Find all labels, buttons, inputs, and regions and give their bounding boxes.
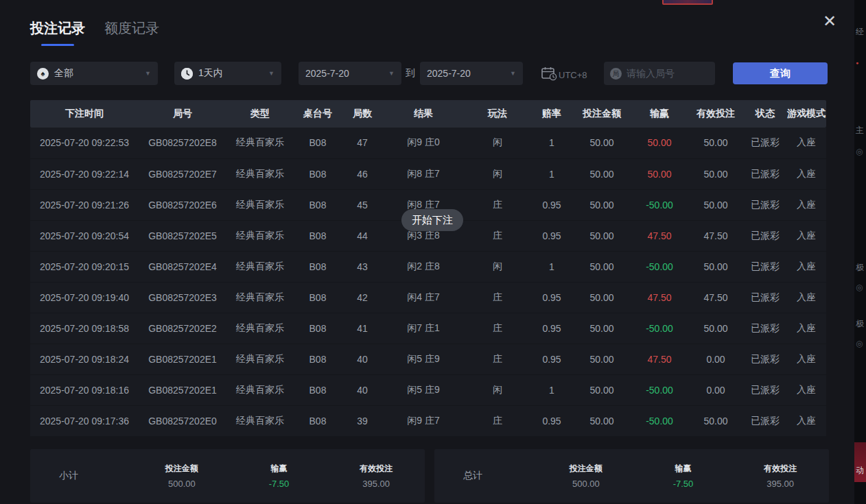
cell-status: 已派彩 (744, 128, 786, 158)
cell-table_no: B08 (294, 313, 342, 344)
cell-table_no: B08 (294, 344, 342, 374)
cell-mode: 入座 (786, 282, 826, 313)
background-glyph: ◎ (856, 339, 863, 348)
cell-rounds: 40 (342, 374, 383, 405)
background-strip: 经●主◎极◎极◎动 (854, 0, 866, 504)
cell-bet: 50.00 (572, 128, 631, 158)
col-bet-time: 下注时间 (30, 100, 139, 128)
chevron-down-icon: ▼ (145, 70, 151, 77)
date-from-value: 2025-7-20 (305, 68, 349, 79)
cell-round_id: GB08257202E3 (139, 282, 226, 313)
round-id-input[interactable] (627, 68, 709, 79)
cell-round_id: GB08257202E2 (139, 313, 226, 344)
cell-result: 闲4 庄7 (383, 282, 464, 313)
cell-table_no: B08 (294, 189, 342, 220)
table-row: 2025-07-20 09:22:53GB08257202E8经典百家乐B084… (30, 128, 826, 158)
cell-mode: 入座 (786, 158, 826, 189)
cell-bet: 50.00 (572, 405, 631, 436)
table-row: 2025-07-20 09:20:15GB08257202E4经典百家乐B084… (30, 251, 826, 282)
cell-odds: 0.95 (531, 282, 572, 313)
cell-mode: 入座 (786, 189, 826, 220)
cell-status: 已派彩 (744, 313, 786, 344)
start-betting-tooltip: 开始下注 (401, 209, 463, 231)
cell-game_type: 经典百家乐 (226, 313, 294, 344)
table-row: 2025-07-20 09:17:36GB08257202E0经典百家乐B083… (30, 405, 826, 436)
query-button[interactable]: 查询 (733, 62, 828, 84)
cell-odds: 0.95 (531, 313, 572, 344)
background-glyph: ● (856, 60, 858, 65)
cell-status: 已派彩 (744, 405, 786, 436)
total-valid-bet: 有效投注 395.00 (732, 463, 829, 489)
col-odds: 赔率 (531, 100, 572, 128)
col-table-no: 桌台号 (294, 100, 342, 128)
game-type-dropdown[interactable]: ♠ 全部 ▼ (30, 62, 158, 85)
subtotal-box: 小计 投注金额 500.00 输赢 -7.50 有效投注 395.00 (30, 449, 425, 503)
table-header: 下注时间 局号 类型 桌台号 局数 结果 玩法 赔率 投注金额 输赢 有效投注 … (30, 100, 826, 128)
cell-win: 47.50 (631, 344, 688, 374)
tab-quota-records[interactable]: 额度记录 (104, 19, 159, 46)
col-valid-bet: 有效投注 (688, 100, 744, 128)
table-row: 2025-07-20 09:19:40GB08257202E3经典百家乐B084… (30, 282, 826, 313)
cell-table_no: B08 (294, 405, 342, 436)
col-status: 状态 (744, 100, 786, 128)
cell-table_no: B08 (294, 282, 342, 313)
cell-status: 已派彩 (744, 220, 786, 251)
cell-odds: 1 (531, 158, 572, 189)
background-glyph: ◎ (856, 283, 863, 292)
cell-result: 闲2 庄8 (383, 251, 464, 282)
subtotal-valid-bet-label: 有效投注 (327, 463, 425, 475)
chevron-down-icon: ▼ (268, 70, 274, 77)
modal-tabs: 投注记录 额度记录 (30, 19, 159, 46)
cell-bet: 50.00 (572, 158, 631, 189)
cell-result: 闲5 庄9 (383, 374, 464, 405)
cell-win: -50.00 (631, 189, 688, 220)
cell-game_type: 经典百家乐 (226, 282, 294, 313)
tab-betting-records[interactable]: 投注记录 (30, 19, 85, 46)
cell-play: 闲 (464, 374, 531, 405)
date-from-picker[interactable]: 2025-7-20 ▼ (299, 62, 401, 85)
cell-game_type: 经典百家乐 (226, 128, 294, 158)
background-glyph: 动 (856, 465, 864, 477)
cell-mode: 入座 (786, 251, 826, 282)
cell-time: 2025-07-20 09:20:54 (30, 220, 139, 251)
clock-icon (181, 68, 193, 80)
chevron-down-icon: ▼ (388, 70, 395, 77)
cell-play: 庄 (464, 282, 531, 313)
table-row: 2025-07-20 09:18:24GB08257202E1经典百家乐B084… (30, 344, 826, 374)
cell-rounds: 45 (342, 189, 383, 220)
cell-bet: 50.00 (572, 220, 631, 251)
date-to-value: 2025-7-20 (427, 68, 471, 79)
cell-play: 闲 (464, 128, 531, 158)
cell-round_id: GB08257202E4 (139, 251, 226, 282)
cell-bet: 50.00 (572, 251, 631, 282)
close-icon[interactable]: ✕ (819, 11, 840, 32)
cell-play: 庄 (464, 405, 531, 436)
date-to-picker[interactable]: 2025-7-20 ▼ (420, 62, 523, 85)
betting-records-modal: 投注记录 额度记录 ✕ ♠ 全部 ▼ 1天内 ▼ 2025-7-20 ▼ 到 2… (0, 0, 854, 504)
calendar-clock-icon (541, 66, 557, 84)
cell-result: 闲8 庄7 (383, 158, 464, 189)
time-range-dropdown[interactable]: 1天内 ▼ (174, 62, 281, 85)
cell-status: 已派彩 (744, 158, 786, 189)
cell-valid: 50.00 (688, 189, 744, 220)
cell-play: 庄 (464, 220, 531, 251)
cell-time: 2025-07-20 09:18:16 (30, 374, 139, 405)
cell-valid: 50.00 (688, 128, 744, 158)
col-game-mode: 游戏模式 (786, 100, 826, 128)
cell-round_id: GB08257202E7 (139, 158, 226, 189)
total-valid-bet-label: 有效投注 (732, 463, 829, 475)
cell-win: 47.50 (631, 282, 688, 313)
cell-game_type: 经典百家乐 (226, 405, 294, 436)
cell-time: 2025-07-20 09:18:24 (30, 344, 139, 374)
cell-rounds: 40 (342, 344, 383, 374)
cell-mode: 入座 (786, 405, 826, 436)
cell-valid: 47.50 (688, 220, 744, 251)
total-valid-bet-value: 395.00 (732, 479, 829, 489)
filter-bar: ♠ 全部 ▼ 1天内 ▼ 2025-7-20 ▼ 到 2025-7-20 ▼ (0, 62, 854, 85)
cell-time: 2025-07-20 09:22:14 (30, 158, 139, 189)
cell-time: 2025-07-20 09:20:15 (30, 251, 139, 282)
cell-mode: 入座 (786, 128, 826, 158)
cell-win: -50.00 (631, 251, 688, 282)
total-label: 总计 (463, 470, 537, 482)
cell-win: -50.00 (631, 313, 688, 344)
